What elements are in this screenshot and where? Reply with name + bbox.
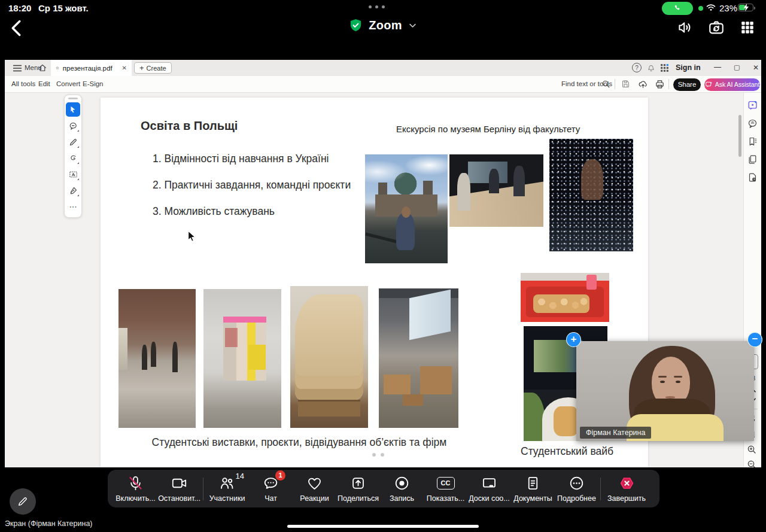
tab-all-tools[interactable]: All tools — [11, 80, 35, 87]
slide-list-item: 1. Відмінності від навчання в Україні — [153, 153, 329, 165]
ai-assistant-icon[interactable] — [747, 100, 758, 111]
ask-ai-assistant-button[interactable]: Ask AI Assistant — [704, 78, 760, 91]
divider — [668, 79, 669, 89]
divider — [203, 478, 203, 500]
documents-button[interactable]: Документы — [511, 475, 555, 503]
speaker-icon[interactable] — [677, 19, 694, 36]
menu-icon — [13, 65, 22, 72]
security-shield-icon — [349, 18, 363, 33]
help-icon[interactable]: ? — [632, 63, 642, 72]
more-icon — [569, 475, 585, 491]
camera-flip-icon[interactable] — [708, 19, 725, 36]
tab-edit[interactable]: Edit — [38, 80, 50, 87]
cc-icon: CC — [437, 477, 455, 490]
vertical-scrollbar[interactable] — [738, 115, 741, 157]
more-tools-button[interactable]: ⋯ — [66, 199, 80, 214]
captions-button[interactable]: CC Показать... — [424, 475, 467, 503]
stop-video-button[interactable]: Остановит... — [157, 475, 201, 503]
photo-gallery-exhibition — [203, 289, 281, 428]
photo-brick-interior — [118, 289, 196, 428]
tab-convert[interactable]: Convert — [56, 80, 80, 87]
add-text-tool[interactable] — [66, 167, 80, 181]
mic-active-dot — [698, 6, 703, 11]
participants-count: 14 — [236, 472, 244, 481]
zoom-out-icon[interactable] — [747, 460, 756, 467]
chevron-down-icon — [408, 21, 417, 30]
apps-grid-icon[interactable] — [740, 20, 755, 35]
acrobat-toolbar: All tools Edit Convert E-Sign Find text … — [5, 76, 761, 93]
zoom-in-icon[interactable] — [747, 445, 756, 454]
tab-close-icon[interactable]: ✕ — [122, 65, 127, 71]
battery-icon — [738, 4, 753, 11]
comment-tool[interactable] — [66, 118, 80, 133]
photo-workshop — [379, 288, 458, 428]
record-button[interactable]: Запись — [380, 475, 424, 503]
whiteboards-button[interactable]: Доски соо... — [467, 475, 511, 503]
text-box-icon — [69, 170, 78, 179]
meeting-toolbar: Включить... Остановит... 14 Участники 1 — [108, 470, 659, 507]
bell-icon[interactable] — [646, 63, 656, 72]
divider — [615, 79, 615, 89]
pdf-page: Освіта в Польщі Екскурсія по музеям Берл… — [101, 98, 648, 467]
bookmarks-panel-icon[interactable] — [747, 136, 758, 147]
vibe-title: Студентський вайб — [521, 445, 613, 458]
cloud-upload-icon[interactable] — [638, 79, 648, 89]
overlay-plus-button[interactable]: + — [566, 332, 581, 347]
page-indicator-dots — [372, 453, 384, 457]
slide-list-item: 2. Практичні завдання, командні проєкти — [153, 179, 351, 191]
record-icon — [394, 475, 410, 491]
pages-panel-icon[interactable] — [747, 154, 758, 165]
tab-esign[interactable]: E-Sign — [83, 80, 104, 87]
pencil-icon — [17, 495, 29, 507]
home-indicator[interactable] — [287, 525, 479, 528]
share-button[interactable]: Share — [673, 78, 701, 91]
home-icon[interactable] — [38, 63, 47, 72]
attachments-panel-icon[interactable] — [747, 172, 758, 183]
mic-off-icon — [127, 475, 144, 491]
whiteboard-icon — [481, 475, 497, 491]
photo-berlin-cathedral — [365, 154, 448, 263]
participant-video-tile[interactable]: Фірман Катерина — [576, 341, 754, 441]
chat-unread-badge: 1 — [275, 470, 285, 481]
document-icon — [525, 475, 541, 491]
star-icon[interactable] — [56, 64, 59, 72]
multitask-dots-icon[interactable] — [369, 5, 385, 8]
participants-icon — [219, 475, 235, 491]
create-button[interactable]: + Create — [134, 62, 172, 74]
participants-button[interactable]: 14 Участники — [205, 475, 249, 503]
drag-handle[interactable] — [68, 98, 78, 99]
chat-button[interactable]: 1 Чат — [249, 475, 293, 503]
overlay-minus-button[interactable]: − — [747, 332, 762, 347]
wifi-icon — [705, 2, 717, 12]
sign-in-button[interactable]: Sign in — [676, 63, 701, 72]
fill-sign-tool[interactable] — [66, 183, 80, 197]
mouse-cursor-icon — [187, 230, 196, 242]
document-tab[interactable]: презентація.pdf ✕ — [51, 60, 132, 76]
annotate-button[interactable] — [10, 488, 36, 515]
window-maximize-icon[interactable]: ▢ — [734, 63, 740, 71]
status-time: 18:20 — [8, 3, 31, 13]
lasso-icon — [69, 154, 78, 163]
save-icon[interactable] — [621, 80, 630, 89]
window-minimize-icon[interactable]: — — [714, 63, 721, 71]
meeting-title: Zoom — [369, 19, 402, 32]
lasso-tool[interactable] — [66, 151, 80, 165]
window-close-icon[interactable]: ✕ — [753, 63, 759, 72]
unmute-button[interactable]: Включить... — [114, 475, 157, 503]
active-call-pill[interactable] — [662, 2, 693, 15]
cursor-icon — [69, 105, 77, 114]
search-icon[interactable] — [601, 80, 610, 89]
reactions-button[interactable]: Реакции — [293, 475, 336, 503]
adobe-apps-waffle-icon[interactable] — [659, 63, 670, 73]
end-meeting-button[interactable]: Завершить — [603, 475, 651, 503]
more-button[interactable]: Подробнее — [555, 475, 598, 503]
select-tool[interactable] — [66, 102, 80, 117]
meeting-header[interactable]: Zoom — [0, 18, 766, 35]
slide-list-item: 3. Можливість стажувань — [153, 205, 275, 218]
screen-share-label: Экран (Фірман Катерина) — [5, 519, 93, 528]
charging-bolt-icon — [743, 4, 750, 11]
comments-panel-icon[interactable] — [747, 118, 758, 129]
print-icon[interactable] — [655, 79, 665, 89]
share-screen-button[interactable]: Поделиться — [336, 475, 380, 503]
draw-tool[interactable] — [66, 135, 80, 149]
